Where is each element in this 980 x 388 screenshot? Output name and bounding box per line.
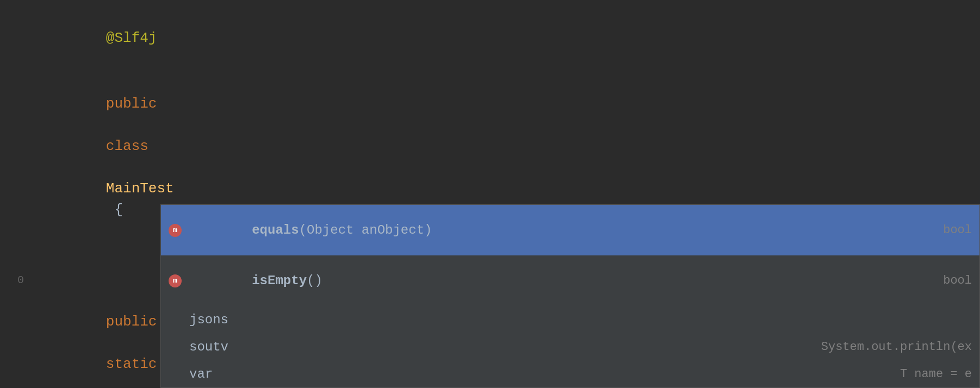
autocomplete-item-right-equals: bool <box>943 223 972 237</box>
autocomplete-item-var[interactable]: var T name = e <box>161 360 979 387</box>
autocomplete-item-isempty[interactable]: m isEmpty() bool <box>161 255 979 306</box>
autocomplete-item-name-equals: equals(Object anObject) <box>189 208 432 252</box>
autocomplete-item-right-var: T name = e <box>900 367 972 381</box>
autocomplete-item-right-isempty: bool <box>943 274 972 287</box>
classname-maintest: MainTest <box>106 180 174 197</box>
kw-class: class <box>106 138 148 154</box>
autocomplete-item-name-soutv: soutv <box>189 340 228 354</box>
method-icon-isempty: m <box>169 274 182 287</box>
line-number-4: 0 <box>0 274 33 286</box>
autocomplete-item-right-soutv: System.out.println(ex <box>821 340 972 354</box>
autocomplete-item-name-jsons: jsons <box>189 312 228 327</box>
code-editor: @Slf4j public class MainTest { 0 <box>0 0 980 388</box>
kw-public: public <box>106 96 157 112</box>
annotation-slf4j: @Slf4j <box>106 30 157 46</box>
autocomplete-item-jsons[interactable]: jsons <box>161 306 979 333</box>
code-line-1: @Slf4j <box>0 5 980 71</box>
autocomplete-item-name-var: var <box>189 367 213 381</box>
kw-static: static <box>106 356 157 372</box>
method-icon-equals: m <box>169 224 182 237</box>
autocomplete-popup[interactable]: m equals(Object anObject) bool m isEmpty… <box>160 204 980 388</box>
autocomplete-item-name-isempty: isEmpty() <box>189 259 322 303</box>
autocomplete-item-soutv[interactable]: soutv System.out.println(ex <box>161 333 979 360</box>
autocomplete-item-equals[interactable]: m equals(Object anObject) bool <box>161 205 979 255</box>
kw-public2: public <box>106 314 157 330</box>
line-content-1: @Slf4j <box>33 7 980 70</box>
